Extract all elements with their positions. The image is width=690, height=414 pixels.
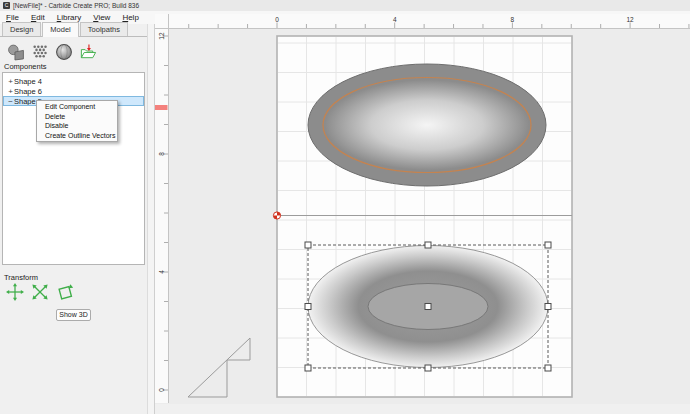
show-3d-button[interactable]: Show 3D — [56, 309, 91, 321]
ruler-label-h4: 4 — [393, 16, 397, 23]
ruler-label-v4: 4 — [158, 270, 165, 274]
transform-header: Transform — [4, 273, 38, 282]
selection-handle-n[interactable] — [425, 242, 431, 248]
ruler-label-v0: 0 — [158, 388, 165, 392]
add-dome-icon[interactable] — [55, 43, 73, 61]
selection-handle-nw[interactable] — [305, 242, 311, 248]
ruler-label-v12: 12 — [158, 32, 165, 40]
expander-icon[interactable]: − — [7, 97, 14, 106]
vertical-ruler — [155, 28, 168, 403]
selection-handle-center[interactable] — [425, 304, 431, 310]
context-item-create-outline-vectors[interactable]: Create Outline Vectors — [37, 131, 117, 141]
components-header: Components — [4, 62, 47, 71]
ruler-label-h8: 8 — [510, 16, 514, 23]
component-context-menu: Edit Component Delete Disable Create Out… — [36, 100, 118, 142]
model-toolbar — [7, 43, 97, 61]
selection-handle-s[interactable] — [425, 365, 431, 371]
component-label: Shape 6 — [14, 87, 42, 96]
ruler-selection-indicator — [155, 105, 168, 110]
scale-icon[interactable] — [31, 283, 49, 301]
selection-handle-e[interactable] — [545, 304, 551, 310]
tab-toolpaths[interactable]: Toolpaths — [80, 22, 128, 36]
transform-toolbar — [6, 283, 74, 301]
ruler-label-h0: 0 — [275, 16, 279, 23]
context-item-edit-component[interactable]: Edit Component — [37, 102, 117, 112]
selection-handle-ne[interactable] — [545, 242, 551, 248]
component-row-shape6[interactable]: + Shape 6 — [3, 86, 144, 96]
import-component-icon[interactable] — [79, 43, 97, 61]
ruler-label-h12: 12 — [626, 16, 634, 23]
selection-handle-w[interactable] — [305, 304, 311, 310]
window-title: [NewFile]* - Carbide Create PRO; Build 8… — [13, 2, 139, 9]
design-canvas[interactable]: 0 4 8 12 12 8 4 0 — [155, 14, 690, 404]
title-bar: C [NewFile]* - Carbide Create PRO; Build… — [0, 0, 690, 11]
top-component-ellipse[interactable] — [308, 64, 546, 186]
horizontal-ruler — [155, 14, 690, 28]
side-panel: Design Model Toolpaths — [0, 24, 147, 414]
add-texture-icon[interactable] — [31, 43, 49, 61]
context-item-disable[interactable]: Disable — [37, 121, 117, 131]
expander-icon[interactable]: + — [7, 77, 14, 86]
app-logo-icon: C — [3, 2, 10, 9]
selection-handle-sw[interactable] — [305, 365, 311, 371]
selection-handle-se[interactable] — [545, 365, 551, 371]
expander-icon[interactable]: + — [7, 87, 14, 96]
move-icon[interactable] — [6, 283, 24, 301]
origin-marker-icon[interactable] — [273, 212, 280, 219]
context-item-delete[interactable]: Delete — [37, 112, 117, 122]
tab-design[interactable]: Design — [2, 22, 41, 36]
component-label: Shape 4 — [14, 77, 42, 86]
panel-scrollbar[interactable] — [147, 24, 155, 414]
panel-tabs: Design Model Toolpaths — [0, 24, 147, 37]
add-shape-icon[interactable] — [7, 43, 25, 61]
application-window: C [NewFile]* - Carbide Create PRO; Build… — [0, 0, 690, 414]
tab-model[interactable]: Model — [42, 22, 78, 37]
rotate-icon[interactable] — [56, 283, 74, 301]
component-row-shape4[interactable]: + Shape 4 — [3, 76, 144, 86]
ruler-label-v8: 8 — [158, 152, 165, 156]
